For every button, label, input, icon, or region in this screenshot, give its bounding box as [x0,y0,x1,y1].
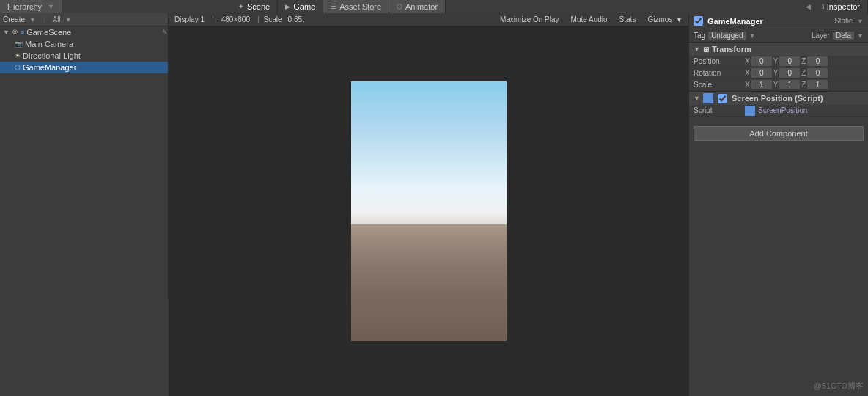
game-canvas [351,81,507,341]
scene-tab-label: Scene [247,0,270,13]
static-dropdown-icon: ▼ [857,18,864,25]
inspector-tag-layer-row: Tag Untagged ▼ Layer Defa ▼ [689,29,868,43]
sky-gradient [351,81,507,237]
create-dropdown-icon: ▼ [29,16,36,23]
gamemanager-label: GameManager [23,62,76,73]
inspector-static-label: Static [834,17,853,25]
sca-y-field: Y 1 [773,80,801,89]
camera-icon: 📷 [15,38,23,50]
script-name-value[interactable]: ScreenPosition [758,106,807,114]
inspector-scale-row: Scale X 1 Y 1 Z 1 [689,79,868,91]
script-section-title: Screen Position (Script) [732,94,823,103]
display-label: Display 1 [169,15,210,23]
sca-z-field: Z 1 [801,80,828,89]
asset-store-tab-label: Asset Store [339,0,381,13]
scene-expand-icon: ▼ [3,26,10,38]
hierarchy-item-gamemanager[interactable]: ⬡ GameManager [0,62,168,73]
sca-x-val[interactable]: 1 [751,80,772,89]
rot-z-val[interactable]: 0 [807,68,828,78]
script-expand-icon: ▼ [694,95,700,102]
tab-scene[interactable]: ✦ Scene [231,0,278,13]
inspector-tab-icon: ℹ [822,0,824,13]
transform-expand-icon: ▼ [694,45,700,53]
transform-icon: ⊞ [703,45,709,54]
sca-z-val[interactable]: 1 [807,80,828,89]
animator-icon: ⬡ [397,0,402,13]
pos-y-val[interactable]: 0 [779,56,800,66]
hierarchy-item-gamescene[interactable]: ▼ 👁 ≡ GameScene ✎ [0,26,168,38]
watermark: @51CTO博客 [814,381,864,392]
inspector-script-row: Script ScreenPosition [689,105,868,117]
tab-game[interactable]: ▶ Game [278,0,323,13]
add-component-container: Add Component [689,117,868,150]
sca-x-field: X 1 [745,80,772,89]
layer-dropdown-icon: ▼ [857,32,864,40]
transform-label: Transform [712,45,751,54]
scale-label: Scale [694,81,745,89]
gizmos-btn[interactable]: Gizmos ▼ [641,15,688,23]
add-component-button[interactable]: Add Component [694,126,864,141]
tag-dropdown-icon: ▼ [749,32,756,40]
rot-x-field: X 0 [745,68,772,78]
ground-gradient [351,224,507,341]
gameobj-icon: ⬡ [15,62,21,73]
scale-fields: X 1 Y 1 Z 1 [745,80,864,89]
center-content: Display 1 | 480×800 | Scale 0.65: Maximi… [169,13,688,396]
script-section-icon [703,93,713,103]
inspector-script-section: ▼ Screen Position (Script) Script Screen… [689,92,868,117]
pos-z-val[interactable]: 0 [807,56,828,66]
rotation-label: Rotation [694,69,745,77]
script-label: Script [694,106,745,114]
script-active-checkbox[interactable] [718,94,727,103]
inspector-panel: GameManager Static ▼ Tag Untagged ▼ Laye… [688,13,868,396]
inspector-active-checkbox[interactable] [694,16,703,26]
panel-lock-btn[interactable]: ◀ [803,0,814,13]
dirlight-label: Directional Light [23,50,81,62]
maximize-btn[interactable]: Maximize On Play [494,15,565,23]
store-icon: ☰ [331,0,336,13]
scene-file-icon: ≡ [21,26,24,38]
inspector-rotation-row: Rotation X 0 Y 0 Z 0 [689,67,868,79]
script-section-header: ▼ Screen Position (Script) [689,92,868,105]
tag-value[interactable]: Untagged [708,32,746,40]
transform-section-header: ▼ ⊞ Transform [689,43,868,56]
hierarchy-items-list: ▼ 👁 ≡ GameScene ✎ 📷 Main Camera ☀ Direct… [0,26,168,299]
rot-z-field: Z 0 [801,68,828,78]
tab-hierarchy[interactable]: Hierarchy ▼ [0,0,62,13]
search-dropdown-icon: ▼ [65,16,72,23]
stats-btn[interactable]: Stats [614,15,642,23]
rot-y-val[interactable]: 0 [779,68,800,78]
resolution-label[interactable]: 480×800 [216,15,256,23]
rotation-fields: X 0 Y 0 Z 0 [745,68,864,78]
pos-x-field: X 0 [745,56,772,66]
main-layout: Create ▼ | All ▼ ▼ 👁 ≡ GameScene ✎ 📷 Mai… [0,13,868,396]
game-view-canvas-area [169,26,688,396]
tab-inspector[interactable]: ℹ Inspector [814,0,868,13]
game-tab-label: Game [293,0,315,13]
scale-value: 0.65: [285,15,307,23]
tag-label: Tag [694,32,705,40]
inspector-obj-name-label: GameManager [707,17,763,26]
hierarchy-item-dirlight[interactable]: ☀ Directional Light [0,50,168,62]
gamescene-label: GameScene [26,26,71,38]
display-sep: | [210,15,216,23]
inspector-object-name-row: GameManager Static ▼ [689,13,868,29]
tab-asset-store[interactable]: ☰ Asset Store [323,0,389,13]
rot-y-field: Y 0 [773,68,801,78]
pos-x-val[interactable]: 0 [751,56,772,66]
scene-icon: ✦ [238,0,244,13]
hierarchy-create-btn[interactable]: Create [3,15,25,23]
tab-animator[interactable]: ⬡ Animator [389,0,446,13]
layer-value[interactable]: Defa [833,32,854,40]
hierarchy-search-all: All [53,15,61,23]
script-asset-icon [745,106,755,116]
pos-y-field: Y 0 [773,56,801,66]
scene-eye-icon: 👁 [12,26,18,38]
sca-y-val[interactable]: 1 [779,80,800,89]
position-fields: X 0 Y 0 Z 0 [745,56,864,66]
mute-btn[interactable]: Mute Audio [565,15,614,23]
inspector-transform-section: ▼ ⊞ Transform Position X 0 Y 0 [689,43,868,92]
inspector-tab-label: Inspector [827,0,860,13]
hierarchy-item-maincamera[interactable]: 📷 Main Camera [0,38,168,50]
rot-x-val[interactable]: 0 [751,68,772,78]
